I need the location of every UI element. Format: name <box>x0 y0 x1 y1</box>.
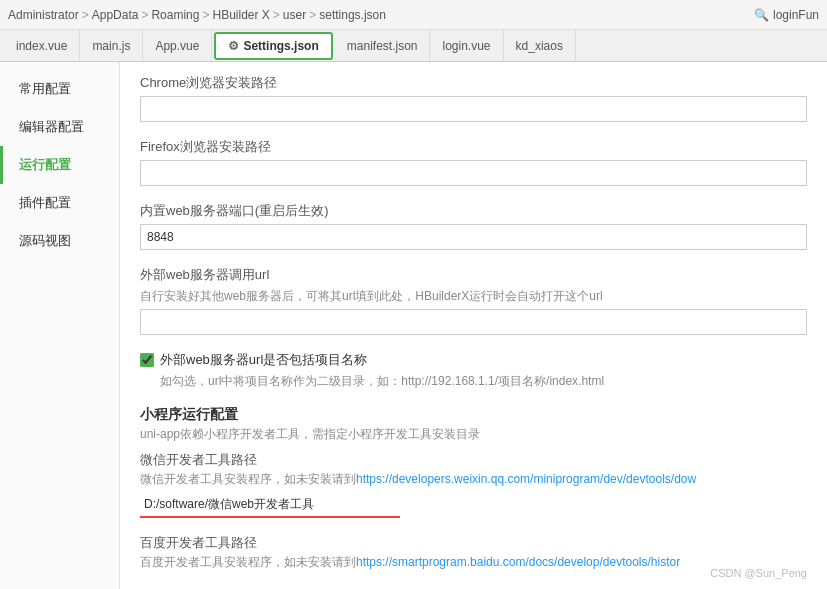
weixin-hint-link[interactable]: https://developers.weixin.qq.com/minipro… <box>356 472 696 486</box>
weixin-hint-prefix: 微信开发者工具安装程序，如未安装请到 <box>140 472 356 486</box>
web-port-label: 内置web服务器端口(重启后生效) <box>140 202 807 220</box>
gear-icon: ⚙ <box>228 39 239 53</box>
tab-settings-json[interactable]: ⚙Settings.json <box>214 32 332 60</box>
breadcrumb-item-5[interactable]: settings.json <box>319 8 386 22</box>
sidebar: 常用配置 编辑器配置 运行配置 插件配置 源码视图 <box>0 62 120 589</box>
sidebar-item-editor[interactable]: 编辑器配置 <box>0 108 119 146</box>
weixin-field-hint: 微信开发者工具安装程序，如未安装请到https://developers.wei… <box>140 471 807 488</box>
tab-manifest-json[interactable]: manifest.json <box>335 30 431 62</box>
external-url-hint: 自行安装好其他web服务器后，可将其url填到此处，HBuilderX运行时会自… <box>140 288 807 305</box>
mini-section-title: 小程序运行配置 <box>140 406 807 424</box>
tab-index-vue[interactable]: index.vue <box>4 30 80 62</box>
breadcrumb-item-1[interactable]: AppData <box>92 8 139 22</box>
sidebar-item-common[interactable]: 常用配置 <box>0 70 119 108</box>
tab-bar: index.vue main.js App.vue ⚙Settings.json… <box>0 30 827 62</box>
chrome-input[interactable] <box>140 96 807 122</box>
weixin-section: 微信开发者工具路径 微信开发者工具安装程序，如未安装请到https://deve… <box>140 451 807 518</box>
breadcrumb-sep-3: > <box>273 8 280 22</box>
breadcrumb-sep-2: > <box>202 8 209 22</box>
checkbox-hint: 如勾选，url中将项目名称作为二级目录，如：http://192.168.1.1… <box>160 373 807 390</box>
baidu-hint-prefix: 百度开发者工具安装程序，如未安装请到 <box>140 555 356 569</box>
mini-program-section: 小程序运行配置 uni-app依赖小程序开发者工具，需指定小程序开发工具安装目录… <box>140 406 807 571</box>
project-name-checkbox[interactable] <box>140 353 154 367</box>
weixin-path-input[interactable] <box>140 492 400 518</box>
breadcrumb-bar: Administrator > AppData > Roaming > HBui… <box>0 0 827 30</box>
chrome-section: Chrome浏览器安装路径 <box>140 74 807 122</box>
checkbox-section: 外部web服务器url是否包括项目名称 如勾选，url中将项目名称作为二级目录，… <box>140 351 807 390</box>
firefox-input[interactable] <box>140 160 807 186</box>
web-port-input[interactable] <box>140 224 807 250</box>
tab-kd-xiaos[interactable]: kd_xiaos <box>504 30 576 62</box>
breadcrumb-item-0[interactable]: Administrator <box>8 8 79 22</box>
tab-login-vue[interactable]: login.vue <box>430 30 503 62</box>
csdn-watermark: CSDN @Sun_Peng <box>710 567 807 579</box>
breadcrumb-search-area: 🔍 loginFun <box>754 8 819 22</box>
checkbox-label: 外部web服务器url是否包括项目名称 <box>160 351 367 369</box>
main-layout: 常用配置 编辑器配置 运行配置 插件配置 源码视图 Chrome浏览器安装路径 … <box>0 62 827 589</box>
tab-app-vue[interactable]: App.vue <box>143 30 212 62</box>
baidu-hint-link[interactable]: https://smartprogram.baidu.com/docs/deve… <box>356 555 680 569</box>
breadcrumb-item-2[interactable]: Roaming <box>151 8 199 22</box>
baidu-field-hint: 百度开发者工具安装程序，如未安装请到https://smartprogram.b… <box>140 554 807 571</box>
breadcrumb-item-4[interactable]: user <box>283 8 306 22</box>
content-area: Chrome浏览器安装路径 Firefox浏览器安装路径 内置web服务器端口(… <box>120 62 827 589</box>
external-url-section: 外部web服务器调用url 自行安装好其他web服务器后，可将其url填到此处，… <box>140 266 807 335</box>
breadcrumb-sep-0: > <box>82 8 89 22</box>
weixin-field-title: 微信开发者工具路径 <box>140 451 807 469</box>
chrome-label: Chrome浏览器安装路径 <box>140 74 807 92</box>
external-url-input[interactable] <box>140 309 807 335</box>
external-url-label: 外部web服务器调用url <box>140 266 807 284</box>
baidu-field-title: 百度开发者工具路径 <box>140 534 807 552</box>
sidebar-item-plugin[interactable]: 插件配置 <box>0 184 119 222</box>
breadcrumb-sep-4: > <box>309 8 316 22</box>
baidu-section: 百度开发者工具路径 百度开发者工具安装程序，如未安装请到https://smar… <box>140 534 807 571</box>
search-icon: 🔍 <box>754 8 769 22</box>
tab-main-js[interactable]: main.js <box>80 30 143 62</box>
firefox-label: Firefox浏览器安装路径 <box>140 138 807 156</box>
sidebar-item-source[interactable]: 源码视图 <box>0 222 119 260</box>
breadcrumb-item-3[interactable]: HBuilder X <box>212 8 269 22</box>
search-text[interactable]: loginFun <box>773 8 819 22</box>
sidebar-item-run[interactable]: 运行配置 <box>0 146 119 184</box>
web-port-section: 内置web服务器端口(重启后生效) <box>140 202 807 250</box>
breadcrumb-sep-1: > <box>141 8 148 22</box>
checkbox-row: 外部web服务器url是否包括项目名称 <box>140 351 807 369</box>
mini-section-sub: uni-app依赖小程序开发者工具，需指定小程序开发工具安装目录 <box>140 426 807 443</box>
firefox-section: Firefox浏览器安装路径 <box>140 138 807 186</box>
